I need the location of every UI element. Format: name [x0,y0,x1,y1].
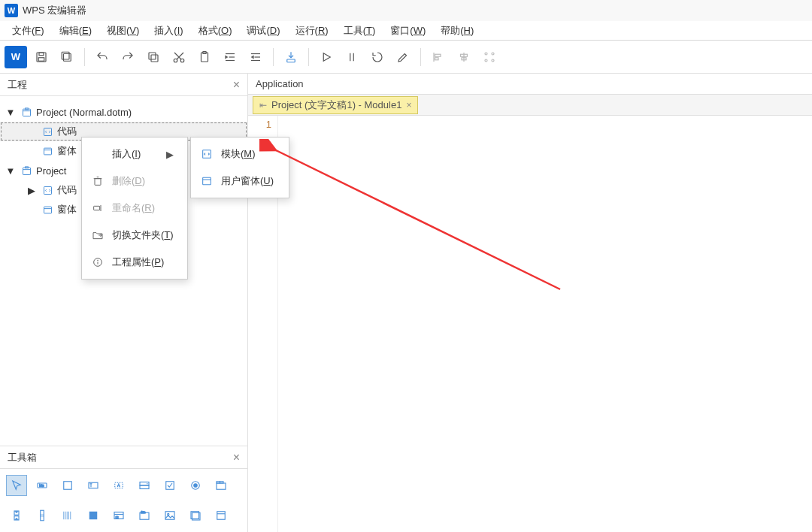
menu-r[interactable]: 运行(R) [288,22,336,40]
toolbox-image[interactable] [159,505,180,526]
svg-text:12: 12 [116,516,119,519]
menu-v[interactable]: 视图(V) [99,22,147,40]
trash-icon [91,174,105,188]
menu-item-label: 工程属性(P) [112,255,174,269]
tree-label: 窗体 [57,144,77,158]
menu-item-m[interactable]: 模块(M) [191,141,289,168]
align-left-icon[interactable] [427,46,450,68]
outdent-icon[interactable] [244,46,267,68]
close-icon[interactable]: × [233,451,240,464]
svg-rect-40 [44,207,51,213]
svg-point-87 [98,260,98,261]
cut-icon[interactable] [168,46,190,68]
menu-item-i[interactable]: 插入(I)▶ [82,141,187,168]
toolbox-panel-title: 工具箱 [8,451,37,464]
menu-e[interactable]: 编辑(E) [52,22,99,40]
tree-twist-icon[interactable]: ▶ [26,185,38,196]
svg-rect-89 [203,177,211,184]
toolbox-textbox[interactable] [83,475,104,496]
code-icon [41,125,54,138]
svg-text:btn: btn [141,511,145,514]
close-tab-icon[interactable]: × [406,100,411,110]
proj-icon [20,165,33,177]
svg-rect-44 [64,482,72,490]
design-mode-icon[interactable] [392,46,414,68]
save-all-icon[interactable] [56,46,78,68]
menu-o[interactable]: 格式(O) [191,22,240,40]
menu-f[interactable]: 文件(F) [5,22,52,40]
menu-item-label: 模块(M) [221,147,275,161]
toolbox-label[interactable]: A [108,475,129,496]
toolbox-block[interactable] [83,505,104,526]
toolbox-spin[interactable] [6,505,27,526]
svg-rect-56 [217,482,220,483]
run-icon[interactable] [315,46,338,68]
pause-icon[interactable] [341,46,363,68]
menu-item-p[interactable]: 工程属性(P) [82,249,187,276]
toolbox-button[interactable]: btn [32,475,53,496]
toolbox-group[interactable]: btn [134,505,155,526]
indent-icon[interactable] [219,46,241,68]
pin-icon[interactable]: ⇤ [259,100,267,110]
editor-tab-bar: ⇤ Project (文字文稿1) - Module1 × [248,95,812,116]
proj-icon [20,106,33,118]
toolbox-checkbox[interactable] [159,475,180,496]
chevron-right-icon: ▶ [166,149,174,160]
svg-point-28 [485,59,487,62]
code-editor[interactable]: 1 [248,116,812,532]
separator [273,48,274,66]
menu-h[interactable]: 帮助(H) [433,22,481,40]
undo-icon[interactable] [91,46,114,68]
svg-rect-52 [166,482,174,490]
toolbox-lines[interactable] [57,505,78,526]
toolbox-frame[interactable] [57,475,78,496]
form-icon [200,174,214,188]
toolbox-toggle[interactable] [211,505,232,526]
code-body[interactable] [278,116,812,532]
svg-point-27 [492,53,494,55]
step-into-icon[interactable] [280,46,302,68]
app-button[interactable]: W [5,46,27,68]
toolbox-multipage[interactable] [185,505,206,526]
editor-tab[interactable]: ⇤ Project (文字文稿1) - Module1 × [253,96,418,114]
context-submenu[interactable]: 模块(M)用户窗体(U) [190,137,289,198]
copy-icon[interactable] [142,46,165,68]
separator [420,48,421,66]
reset-icon[interactable] [366,46,389,68]
tree-twist-icon[interactable]: ▼ [5,107,17,118]
separator [308,48,309,66]
toolbox-scroll[interactable] [32,505,53,526]
toolbox-multi[interactable]: 12 [108,505,129,526]
svg-point-26 [485,53,487,55]
toolbox-pointer[interactable] [6,475,27,496]
menu-bar: 文件(F)编辑(E)视图(V)插入(I)格式(O)调试(D)运行(R)工具(T)… [0,21,812,41]
toolbox-combo[interactable] [134,475,155,496]
svg-rect-55 [217,483,226,489]
menu-d[interactable]: 调试(D) [239,22,287,40]
svg-text:A: A [117,483,120,488]
app-icon: W [5,4,18,17]
toolbox-grid: btnA12btn [0,469,247,532]
menu-item-u[interactable]: 用户窗体(U) [191,168,289,195]
save-icon[interactable] [30,46,53,68]
toolbox-tabstrip[interactable] [211,475,232,496]
svg-rect-67 [89,512,98,520]
toolbox-option[interactable] [185,475,206,496]
form-icon [41,145,54,157]
menu-item-r: 重命名(R) [82,195,187,222]
close-icon[interactable]: × [233,78,240,92]
align-center-icon[interactable] [453,46,475,68]
svg-rect-1 [39,53,44,56]
redo-icon[interactable] [117,46,139,68]
menu-w[interactable]: 窗口(W) [383,22,433,40]
object-dropdown[interactable]: Application [248,74,812,95]
tree-node[interactable]: ▼Project (Normal.dotm) [0,102,247,122]
menu-t[interactable]: 工具(T) [336,22,383,40]
tree-twist-icon[interactable]: ▼ [5,165,17,177]
svg-rect-36 [23,168,30,174]
paste-icon[interactable] [193,46,216,68]
context-menu[interactable]: 插入(I)▶删除(D)重命名(R)切换文件夹(T)工程属性(P) [81,137,188,280]
distribute-icon[interactable] [478,46,501,68]
menu-i[interactable]: 插入(I) [147,22,190,40]
menu-item-t[interactable]: 切换文件夹(T) [82,222,187,249]
